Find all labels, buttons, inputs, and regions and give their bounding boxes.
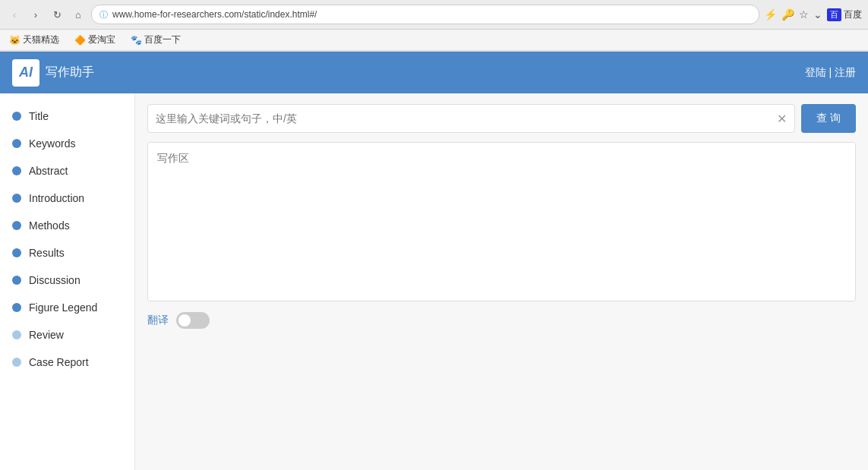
sidebar-label-introduction: Introduction (29, 192, 84, 204)
sidebar-label-keywords: Keywords (29, 137, 75, 150)
taobao-label: 爱淘宝 (88, 33, 115, 46)
baidu-paw-icon: 🐾 (131, 35, 142, 46)
bookmark-taobao[interactable]: 🔶 爱淘宝 (71, 32, 118, 48)
auth-links[interactable]: 登陆 | 注册 (805, 66, 856, 80)
sidebar-item-introduction[interactable]: Introduction (0, 185, 134, 212)
main-layout: Title Keywords Abstract Introduction Met… (0, 93, 868, 470)
sidebar-item-review[interactable]: Review (0, 321, 134, 349)
logo-box: AI (12, 59, 39, 87)
sidebar-label-results: Results (29, 247, 65, 259)
lightning-icon[interactable]: ⚡ (764, 8, 777, 21)
sidebar-dot-review (12, 330, 21, 339)
search-clear-button[interactable]: ✕ (777, 112, 787, 126)
sidebar-dot-discussion (12, 276, 21, 285)
sidebar-dot-abstract (12, 166, 21, 175)
baidu-one-label: 百度一下 (144, 33, 181, 46)
sidebar-label-review: Review (29, 329, 64, 341)
sidebar-dot-results (12, 248, 21, 257)
home-button[interactable]: ⌂ (70, 6, 87, 23)
back-button[interactable]: ‹ (6, 6, 23, 23)
forward-button[interactable]: › (27, 6, 44, 23)
sidebar-label-case-report: Case Report (29, 356, 89, 368)
sidebar-label-abstract: Abstract (29, 165, 68, 177)
translation-row: 翻译 (147, 312, 856, 329)
baidu-label: 百度 (844, 8, 862, 21)
chevron-down-icon[interactable]: ⌄ (813, 8, 822, 21)
bookmark-baidu[interactable]: 🐾 百度一下 (128, 32, 184, 48)
sidebar-item-figure-legend[interactable]: Figure Legend (0, 294, 134, 321)
sidebar-item-case-report[interactable]: Case Report (0, 349, 134, 376)
star-icon[interactable]: ☆ (799, 8, 809, 21)
app-header: AI 写作助手 登陆 | 注册 (0, 52, 868, 93)
sidebar-dot-figure-legend (12, 303, 21, 312)
bookmark-tianmao[interactable]: 🐱 天猫精选 (6, 32, 62, 48)
baidu-icon: 百 (827, 8, 841, 21)
sidebar-dot-methods (12, 221, 21, 230)
toggle-thumb (178, 314, 191, 326)
browser-actions: ⚡ 🔑 ☆ ⌄ 百 百度 (764, 8, 862, 21)
translation-toggle[interactable] (176, 312, 210, 329)
lock-icon: ⓘ (99, 9, 108, 21)
app-name: 写作助手 (46, 65, 94, 80)
sidebar-label-discussion: Discussion (29, 274, 80, 286)
tianmao-icon: 🐱 (9, 35, 21, 46)
search-input-wrapper: ✕ (147, 104, 795, 133)
sidebar-item-title[interactable]: Title (0, 103, 134, 130)
browser-chrome: ‹ › ↻ ⌂ ⓘ www.home-for-researchers.com/s… (0, 0, 868, 52)
sidebar-item-keywords[interactable]: Keywords (0, 130, 134, 157)
baidu-button[interactable]: 百 百度 (827, 8, 862, 21)
app-logo: AI 写作助手 (12, 59, 94, 87)
key-icon[interactable]: 🔑 (781, 8, 794, 21)
sidebar-dot-title (12, 112, 21, 121)
bookmarks-bar: 🐱 天猫精选 🔶 爱淘宝 🐾 百度一下 (0, 30, 868, 51)
content-area: ✕ 查 询 翻译 (135, 93, 868, 470)
writing-area-wrapper (147, 142, 856, 301)
sidebar-item-abstract[interactable]: Abstract (0, 157, 134, 185)
search-bar-container: ✕ 查 询 (147, 104, 856, 133)
toggle-track (176, 312, 210, 329)
url-text: www.home-for-researchers.com/static/inde… (112, 9, 751, 20)
sidebar: Title Keywords Abstract Introduction Met… (0, 93, 135, 470)
sidebar-item-discussion[interactable]: Discussion (0, 267, 134, 294)
writing-textarea[interactable] (148, 143, 855, 301)
sidebar-item-methods[interactable]: Methods (0, 212, 134, 239)
sidebar-label-figure-legend: Figure Legend (29, 301, 97, 314)
search-query-button[interactable]: 查 询 (801, 104, 856, 133)
address-bar[interactable]: ⓘ www.home-for-researchers.com/static/in… (91, 5, 759, 24)
refresh-button[interactable]: ↻ (49, 6, 65, 23)
sidebar-item-results[interactable]: Results (0, 239, 134, 267)
taobao-icon: 🔶 (74, 35, 86, 46)
browser-toolbar: ‹ › ↻ ⌂ ⓘ www.home-for-researchers.com/s… (0, 0, 868, 30)
sidebar-dot-introduction (12, 194, 21, 203)
sidebar-dot-case-report (12, 358, 21, 367)
search-input[interactable] (156, 112, 777, 125)
tianmao-label: 天猫精选 (23, 33, 59, 46)
translation-label: 翻译 (147, 314, 169, 327)
sidebar-label-title: Title (29, 110, 49, 122)
sidebar-label-methods: Methods (29, 219, 70, 232)
sidebar-dot-keywords (12, 139, 21, 148)
